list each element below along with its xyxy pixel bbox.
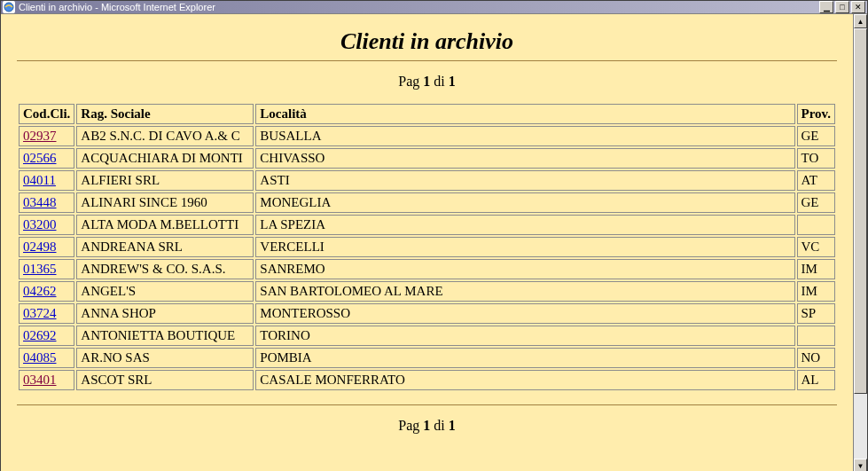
minimize-icon: ▁ (824, 4, 830, 12)
cell-cod: 02566 (19, 148, 74, 169)
window-buttons: ▁ □ ✕ (819, 1, 865, 13)
cell-prov (797, 326, 835, 346)
cell-cod: 02692 (19, 326, 74, 346)
cell-loc: POMBIA (255, 348, 794, 368)
client-code-link[interactable]: 04011 (23, 173, 56, 187)
close-button[interactable]: ✕ (851, 1, 865, 13)
cell-cod: 03200 (19, 215, 74, 235)
client-code-link[interactable]: 01365 (23, 262, 57, 276)
cell-loc: MONTEROSSO (255, 303, 794, 324)
cell-prov: IM (797, 281, 835, 302)
window-title: Clienti in archivio - Microsoft Internet… (19, 2, 215, 12)
client-code-link[interactable]: 04085 (23, 350, 57, 365)
cell-rag: ANGEL'S (76, 281, 254, 302)
scroll-up-button[interactable]: ▲ (854, 14, 867, 28)
table-row: 03200ALTA MODA M.BELLOTTILA SPEZIA (19, 215, 835, 235)
cell-rag: ANDREW'S & CO. S.A.S. (76, 259, 254, 279)
cell-loc: SAN BARTOLOMEO AL MARE (255, 281, 794, 302)
client-code-link[interactable]: 02566 (23, 151, 57, 165)
cell-prov: AT (797, 170, 835, 191)
cell-prov: VC (797, 237, 835, 257)
table-row: 04011ALFIERI SRLASTIAT (19, 170, 835, 191)
col-header-prov: Prov. (797, 104, 835, 124)
client-code-link[interactable]: 02692 (23, 328, 57, 342)
table-row: 04262ANGEL'SSAN BARTOLOMEO AL MAREIM (19, 281, 835, 302)
scroll-thumb[interactable] (854, 28, 867, 394)
cell-rag: ANTONIETTA BOUTIQUE (76, 326, 254, 346)
chevron-up-icon: ▲ (857, 18, 864, 26)
cell-rag: ANNA SHOP (76, 303, 254, 324)
ie-icon (3, 1, 15, 13)
cell-cod: 02498 (19, 237, 74, 257)
table-row: 03401ASCOT SRLCASALE MONFERRATOAL (19, 370, 835, 390)
cell-rag: AB2 S.N.C. DI CAVO A.& C (76, 126, 254, 146)
table-row: 01365ANDREW'S & CO. S.A.S.SANREMOIM (19, 259, 835, 279)
page: Clienti in archivio Pag 1 di 1 Cod.Cli. … (1, 14, 853, 471)
client-code-link[interactable]: 02498 (23, 239, 57, 254)
cell-cod: 01365 (19, 259, 74, 279)
table-row: 02566ACQUACHIARA DI MONTICHIVASSOTO (19, 148, 835, 169)
client-code-link[interactable]: 02937 (23, 129, 57, 143)
scroll-track[interactable] (854, 28, 867, 459)
cell-rag: ASCOT SRL (76, 370, 254, 390)
table-row: 04085AR.NO SASPOMBIANO (19, 348, 835, 368)
col-header-rag: Rag. Sociale (76, 104, 254, 124)
pager-mid: di (430, 74, 448, 89)
clients-table: Cod.Cli. Rag. Sociale Località Prov. 029… (17, 102, 837, 392)
cell-rag: AR.NO SAS (76, 348, 254, 368)
titlebar: Clienti in archivio - Microsoft Internet… (1, 1, 867, 13)
table-row: 02692ANTONIETTA BOUTIQUETORINO (19, 326, 835, 346)
cell-rag: ALTA MODA M.BELLOTTI (76, 215, 254, 235)
col-header-loc: Località (255, 104, 794, 124)
cell-cod: 03448 (19, 192, 74, 213)
cell-prov: TO (797, 148, 835, 169)
cell-prov: AL (797, 370, 835, 390)
table-header-row: Cod.Cli. Rag. Sociale Località Prov. (19, 104, 835, 124)
client-code-link[interactable]: 04262 (23, 284, 57, 298)
cell-prov: GE (797, 192, 835, 213)
cell-cod: 02937 (19, 126, 74, 146)
minimize-button[interactable]: ▁ (819, 1, 833, 13)
cell-cod: 03401 (19, 370, 74, 390)
page-title: Clienti in archivio (17, 28, 837, 55)
maximize-button[interactable]: □ (835, 1, 849, 13)
cell-rag: ALFIERI SRL (76, 170, 254, 191)
pager-prefix: Pag (398, 74, 423, 89)
page-viewport[interactable]: Clienti in archivio Pag 1 di 1 Cod.Cli. … (1, 14, 853, 471)
cell-rag: ALINARI SINCE 1960 (76, 192, 254, 213)
pager-bottom: Pag 1 di 1 (17, 418, 837, 434)
table-row: 03448ALINARI SINCE 1960MONEGLIAGE (19, 192, 835, 213)
cell-loc: LA SPEZIA (255, 215, 794, 235)
cell-cod: 03724 (19, 303, 74, 324)
pager-prefix: Pag (398, 418, 423, 433)
client-code-link[interactable]: 03448 (23, 195, 57, 209)
scroll-down-button[interactable]: ▼ (854, 459, 867, 471)
cell-loc: VERCELLI (255, 237, 794, 257)
cell-loc: CHIVASSO (255, 148, 794, 169)
table-row: 03724ANNA SHOPMONTEROSSOSP (19, 303, 835, 324)
close-icon: ✕ (855, 4, 862, 12)
cell-rag: ACQUACHIARA DI MONTI (76, 148, 254, 169)
pager-mid: di (430, 418, 448, 433)
cell-cod: 04085 (19, 348, 74, 368)
cell-loc: BUSALLA (255, 126, 794, 146)
client-code-link[interactable]: 03200 (23, 217, 57, 232)
pager-total: 1 (449, 74, 456, 89)
cell-loc: ASTI (255, 170, 794, 191)
cell-prov: IM (797, 259, 835, 279)
vertical-scrollbar[interactable]: ▲ ▼ (853, 14, 867, 471)
window: Clienti in archivio - Microsoft Internet… (0, 0, 868, 471)
cell-cod: 04262 (19, 281, 74, 302)
cell-prov: NO (797, 348, 835, 368)
cell-loc: TORINO (255, 326, 794, 346)
cell-loc: CASALE MONFERRATO (255, 370, 794, 390)
separator (17, 60, 837, 61)
cell-prov (797, 215, 835, 235)
client-code-link[interactable]: 03401 (23, 373, 57, 387)
client-area: Clienti in archivio Pag 1 di 1 Cod.Cli. … (1, 13, 867, 471)
cell-loc: SANREMO (255, 259, 794, 279)
cell-prov: GE (797, 126, 835, 146)
client-code-link[interactable]: 03724 (23, 306, 57, 320)
pager-total: 1 (449, 418, 456, 433)
maximize-icon: □ (840, 4, 844, 12)
